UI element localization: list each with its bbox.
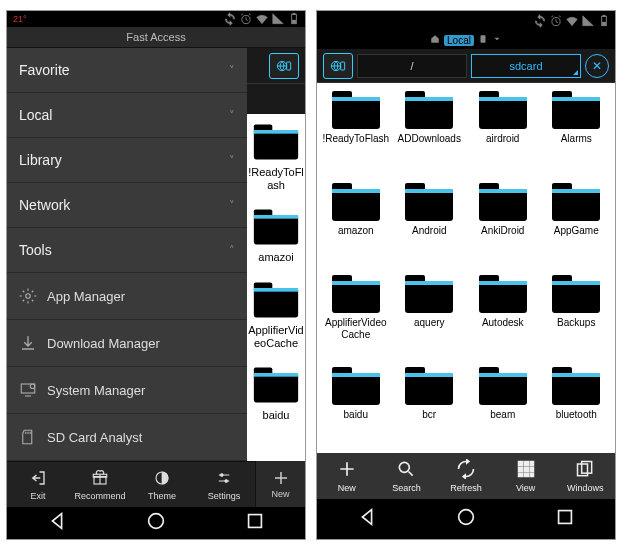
- folder-item[interactable]: baidu: [247, 357, 305, 430]
- folder-label: Alarms: [561, 133, 592, 145]
- folder-item[interactable]: Android: [393, 181, 467, 273]
- gear-icon: [19, 287, 37, 305]
- folder-label: ApplifierVideoCache: [247, 324, 305, 349]
- new-button[interactable]: New: [317, 453, 377, 499]
- folder-label: baidu: [263, 409, 290, 422]
- button-label: Windows: [567, 483, 604, 493]
- folder-icon: [403, 273, 455, 315]
- sidebar-category-favorite[interactable]: Favorite˅: [7, 48, 247, 93]
- button-label: Recommend: [74, 491, 125, 501]
- theme-button[interactable]: Theme: [131, 462, 193, 507]
- folder-icon: [330, 181, 382, 223]
- tool-app-manager[interactable]: App Manager: [7, 273, 247, 320]
- nav-recent[interactable]: [554, 506, 576, 532]
- folder-item[interactable]: amazon: [319, 181, 393, 273]
- tool-download-manager[interactable]: Download Manager: [7, 320, 247, 367]
- folder-icon: [252, 122, 300, 162]
- new-label: New: [271, 489, 289, 499]
- path-bar: / sdcard ✕: [317, 49, 615, 83]
- bottom-bar: ExitRecommendThemeSettings: [7, 461, 255, 507]
- svg-rect-22: [602, 22, 606, 25]
- folder-item[interactable]: baidu: [319, 365, 393, 453]
- close-tab-button[interactable]: ✕: [585, 54, 609, 78]
- search-button[interactable]: Search: [377, 453, 437, 499]
- android-nav-bar: [7, 507, 305, 539]
- button-label: Refresh: [450, 483, 482, 493]
- tool-system-manager[interactable]: System Manager: [7, 367, 247, 414]
- folder-item[interactable]: ApplifierVideoCache: [319, 273, 393, 365]
- folder-icon: [550, 273, 602, 315]
- theme-icon: [153, 469, 171, 489]
- globe-tab[interactable]: [323, 53, 353, 79]
- exit-button[interactable]: Exit: [7, 462, 69, 507]
- nav-home[interactable]: [455, 506, 477, 532]
- gift-icon: [91, 469, 109, 489]
- sync-icon: [533, 14, 547, 28]
- bottom-bar: NewSearchRefreshViewWindows: [317, 453, 615, 499]
- path-current[interactable]: sdcard: [471, 54, 581, 78]
- folder-item[interactable]: ApplifierVideoCache: [247, 272, 305, 357]
- folder-icon: [477, 365, 529, 407]
- globe-tab[interactable]: [269, 53, 299, 79]
- folder-item[interactable]: Alarms: [540, 89, 614, 181]
- new-button[interactable]: New: [255, 461, 305, 507]
- location-chip[interactable]: Local: [444, 35, 474, 46]
- folder-item[interactable]: bcr: [393, 365, 467, 453]
- sidebar-category-local[interactable]: Local˅: [7, 93, 247, 138]
- nav-back[interactable]: [46, 510, 68, 536]
- folder-item[interactable]: AppGame: [540, 181, 614, 273]
- chevron-down-icon: ˅: [229, 199, 235, 212]
- category-label: Favorite: [19, 62, 70, 78]
- path-root[interactable]: /: [357, 54, 467, 78]
- background-file-view: !ReadyToFlashamazoiApplifierVideoCacheba…: [247, 48, 305, 461]
- nav-back[interactable]: [356, 506, 378, 532]
- svg-rect-6: [292, 20, 296, 23]
- windows-button[interactable]: Windows: [555, 453, 615, 499]
- category-label: Network: [19, 197, 70, 213]
- folder-item[interactable]: beam: [466, 365, 540, 453]
- svg-rect-5: [293, 13, 295, 14]
- folder-item[interactable]: airdroid: [466, 89, 540, 181]
- svg-point-16: [225, 479, 228, 482]
- svg-rect-27: [518, 462, 522, 466]
- folder-label: amazon: [338, 225, 374, 237]
- chevron-up-icon: ˄: [229, 244, 235, 257]
- svg-rect-33: [518, 473, 522, 476]
- view-button[interactable]: View: [496, 453, 556, 499]
- grid-icon: [516, 459, 536, 481]
- svg-point-26: [400, 462, 410, 472]
- folder-item[interactable]: amazoi: [247, 199, 305, 272]
- search-icon: [396, 459, 416, 481]
- plus-icon: [337, 459, 357, 481]
- home-icon: [430, 34, 440, 46]
- folder-item[interactable]: AnkiDroid: [466, 181, 540, 273]
- status-bar: [317, 11, 615, 31]
- chevron-down-icon: ˅: [229, 109, 235, 122]
- folder-icon: [252, 280, 300, 320]
- svg-point-15: [220, 473, 223, 476]
- nav-recent[interactable]: [244, 510, 266, 536]
- folder-item[interactable]: !ReadyToFlash: [319, 89, 393, 181]
- folder-item[interactable]: bluetooth: [540, 365, 614, 453]
- battery-icon: [597, 14, 611, 28]
- sidebar-category-tools[interactable]: Tools˄: [7, 228, 247, 273]
- folder-item[interactable]: aquery: [393, 273, 467, 365]
- sidebar-category-library[interactable]: Library˅: [7, 138, 247, 183]
- refresh-button[interactable]: Refresh: [436, 453, 496, 499]
- folder-icon: [252, 365, 300, 405]
- nav-home[interactable]: [145, 510, 167, 536]
- folder-item[interactable]: Backups: [540, 273, 614, 365]
- alarm-icon: [549, 14, 563, 28]
- folder-icon: [477, 89, 529, 131]
- dropdown-icon: [492, 34, 502, 46]
- signal-icon: [271, 12, 285, 26]
- folder-item[interactable]: !ReadyToFlash: [247, 114, 305, 199]
- settings-button[interactable]: Settings: [193, 462, 255, 507]
- tool-sd-card-analyst[interactable]: SD Card Analyst: [7, 414, 247, 461]
- sidebar-category-network[interactable]: Network˅: [7, 183, 247, 228]
- sync-icon: [223, 12, 237, 26]
- folder-item[interactable]: Autodesk: [466, 273, 540, 365]
- folder-grid: !ReadyToFlashADDownloadsairdroidAlarmsam…: [317, 83, 615, 453]
- folder-item[interactable]: ADDownloads: [393, 89, 467, 181]
- recommend-button[interactable]: Recommend: [69, 462, 131, 507]
